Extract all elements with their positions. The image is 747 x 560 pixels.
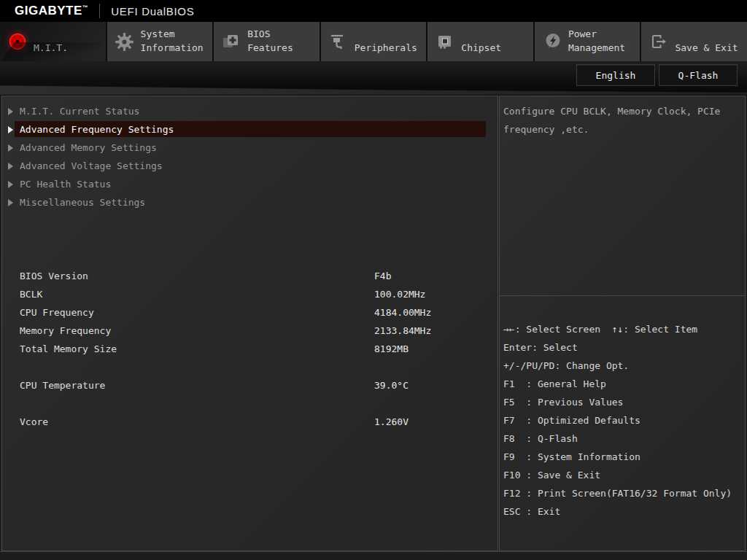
status-value: 4184.00MHz <box>374 306 431 317</box>
tab-label: Chipset <box>461 26 501 58</box>
tab-label: Peripherals <box>355 26 417 58</box>
english-button[interactable]: English <box>576 64 655 86</box>
submenu-arrow-icon <box>8 126 13 133</box>
tab-label: SystemInformation <box>141 26 204 58</box>
tab-save-exit[interactable]: Save & Exit <box>641 22 747 61</box>
tab-label: PowerManagement <box>568 26 625 58</box>
status-row-cpu-frequency: CPU Frequency 4184.00MHz <box>2 303 498 321</box>
gigabyte-logo: GIGABYTE™ <box>15 4 88 18</box>
mit-submenu: M.I.T. Current Status Advanced Frequency… <box>2 96 498 211</box>
submenu-arrow-icon <box>8 108 13 115</box>
status-value: 1.260V <box>374 416 409 427</box>
chipset-icon <box>434 31 456 52</box>
system-status-readouts: BIOS Version F4b BCLK 100.02MHz CPU Freq… <box>2 266 498 430</box>
status-value: F4b <box>374 270 391 281</box>
hotkey-line: +/-/PU/PD: Change Opt. <box>500 357 745 375</box>
hotkey-line: F7 : Optimized Defaults <box>500 411 745 429</box>
tab-label: M.I.T. <box>34 26 68 58</box>
trademark-symbol: ™ <box>82 4 89 11</box>
status-label: BIOS Version <box>20 270 88 281</box>
mit-red-dot-icon <box>7 31 28 52</box>
status-label: CPU Frequency <box>20 306 94 317</box>
status-label: Memory Frequency <box>20 324 111 335</box>
tab-label: Save & Exit <box>675 26 738 58</box>
chip-plus-icon <box>220 31 242 52</box>
peripherals-icon <box>328 31 349 52</box>
status-value: 8192MB <box>374 343 409 354</box>
menu-item-miscellaneous-settings[interactable]: Miscellaneous Settings <box>2 193 498 211</box>
status-value: 2133.84MHz <box>374 324 431 335</box>
bios-setup-screen: GIGABYTE™ UEFI DualBIOS M.I.T. <box>0 0 747 560</box>
menu-item-label: Advanced Voltage Settings <box>15 158 486 174</box>
submenu-arrow-icon <box>8 199 13 206</box>
hotkey-line: F1 : General Help <box>500 375 745 393</box>
hotkey-line: ESC : Exit <box>500 502 745 521</box>
firmware-title: UEFI DualBIOS <box>111 5 194 18</box>
tab-system-information[interactable]: SystemInformation <box>107 22 213 61</box>
status-row-bclk: BCLK 100.02MHz <box>2 284 498 303</box>
qflash-button[interactable]: Q-Flash <box>659 64 738 86</box>
menu-item-label: Advanced Memory Settings <box>15 139 486 155</box>
menu-item-label: Advanced Frequency Settings <box>15 121 486 137</box>
tab-bar: M.I.T. <box>0 22 747 61</box>
tab-bios-features[interactable]: BIOSFeatures <box>214 22 320 61</box>
hotkey-line: F12 : Print Screen(FAT16/32 Format Only) <box>500 484 745 502</box>
status-row-bios-version: BIOS Version F4b <box>2 266 498 284</box>
submenu-arrow-icon <box>8 163 13 170</box>
settings-panel: M.I.T. Current Status Advanced Frequency… <box>1 96 498 551</box>
lightning-bolt-icon <box>541 31 563 52</box>
hotkey-line: Enter: Select <box>500 338 745 357</box>
menu-item-label: PC Health Status <box>15 176 486 192</box>
hotkey-line: F5 : Previous Values <box>500 393 745 411</box>
topbar-divider <box>99 4 100 18</box>
hotkey-line: F9 : System Information <box>500 448 745 466</box>
item-help-text: Configure CPU BCLK, Memory Clock, PCIe f… <box>500 96 745 296</box>
tab-power-management[interactable]: PowerManagement <box>535 22 640 61</box>
status-label: Vcore <box>20 416 48 427</box>
bottom-strip <box>0 551 747 560</box>
hotkey-line: F8 : Q-Flash <box>500 429 745 448</box>
menu-item-label: Miscellaneous Settings <box>15 194 486 210</box>
menu-item-label: M.I.T. Current Status <box>15 103 486 119</box>
status-row-total-memory-size: Total Memory Size 8192MB <box>2 339 498 357</box>
status-value: 100.02MHz <box>374 288 425 299</box>
status-label: Total Memory Size <box>20 343 117 354</box>
tab-mit[interactable]: M.I.T. <box>0 22 106 61</box>
hotkey-line: →←: Select Screen ↑↓: Select Item <box>500 320 745 338</box>
help-panel: Configure CPU BCLK, Memory Clock, PCIe f… <box>499 96 746 551</box>
menu-item-mit-current-status[interactable]: M.I.T. Current Status <box>2 102 498 120</box>
status-label: BCLK <box>20 288 42 299</box>
menu-item-advanced-frequency-settings[interactable]: Advanced Frequency Settings <box>2 120 498 139</box>
tab-peripherals[interactable]: Peripherals <box>321 22 427 61</box>
menu-item-pc-health-status[interactable]: PC Health Status <box>2 175 498 193</box>
submenu-arrow-icon <box>8 144 13 152</box>
gear-icon <box>114 31 136 52</box>
menu-item-advanced-voltage-settings[interactable]: Advanced Voltage Settings <box>2 157 498 175</box>
menu-item-advanced-memory-settings[interactable]: Advanced Memory Settings <box>2 139 498 157</box>
tab-chipset[interactable]: Chipset <box>427 22 533 61</box>
status-value: 39.0°C <box>374 379 409 390</box>
tab-label: BIOSFeatures <box>247 26 293 58</box>
exit-door-arrow-icon <box>648 31 670 52</box>
submenu-arrow-icon <box>8 181 13 188</box>
status-row-cpu-temperature: CPU Temperature 39.0°C <box>2 376 498 394</box>
hotkey-legend: →←: Select Screen ↑↓: Select Item Enter:… <box>500 296 745 521</box>
status-row-memory-frequency: Memory Frequency 2133.84MHz <box>2 321 498 339</box>
topbar: GIGABYTE™ UEFI DualBIOS <box>0 0 747 22</box>
status-row-vcore: Vcore 1.260V <box>2 412 498 430</box>
status-label: CPU Temperature <box>20 379 105 390</box>
hotkey-line: F10 : Save & Exit <box>500 466 745 484</box>
